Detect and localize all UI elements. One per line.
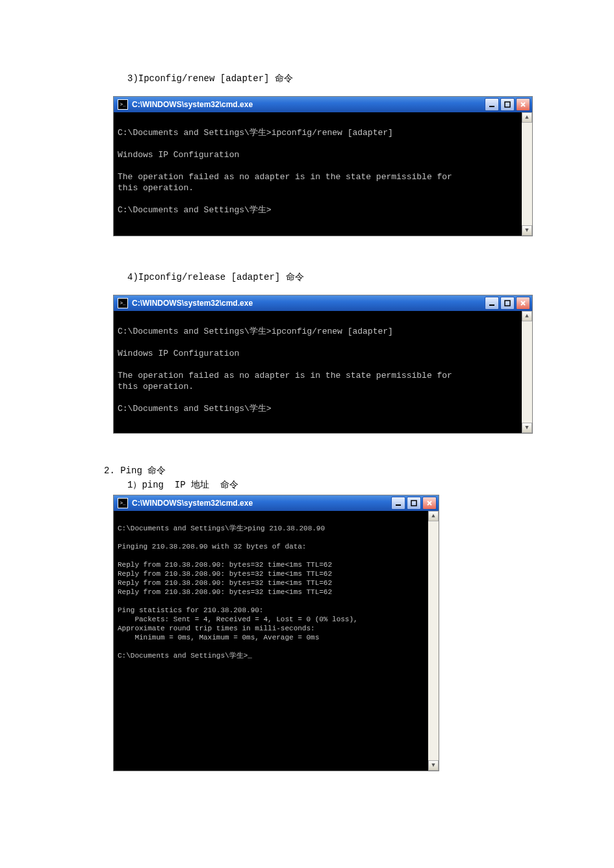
terminal-area: C:\Documents and Settings\学生>ipconfig/re… xyxy=(114,311,532,433)
svg-rect-8 xyxy=(396,504,401,506)
section-3-label: 3)Ipconfig/renew [adapter] 命令 xyxy=(127,73,614,84)
cmd-icon xyxy=(118,498,128,508)
svg-rect-0 xyxy=(489,106,494,107)
section-ping-sub: 1）ping IP 地址 命令 xyxy=(127,479,614,491)
maximize-button[interactable] xyxy=(500,297,515,310)
svg-rect-1 xyxy=(505,102,510,107)
titlebar[interactable]: C:\WINDOWS\system32\cmd.exe xyxy=(114,495,439,511)
terminal-output: C:\Documents and Settings\学生>ipconfig/re… xyxy=(114,112,522,236)
maximize-button[interactable] xyxy=(407,497,421,510)
titlebar[interactable]: C:\WINDOWS\system32\cmd.exe xyxy=(114,295,532,311)
close-button[interactable] xyxy=(516,297,530,310)
scroll-track[interactable] xyxy=(428,521,439,760)
window-title-text: C:\WINDOWS\system32\cmd.exe xyxy=(132,100,253,109)
minimize-button[interactable] xyxy=(391,497,405,510)
minimize-button[interactable] xyxy=(485,98,499,111)
svg-rect-5 xyxy=(505,301,510,306)
cmd-icon xyxy=(118,99,128,110)
scroll-up-button[interactable]: ▲ xyxy=(522,112,532,123)
terminal-area: C:\Documents and Settings\学生>ipconfig/re… xyxy=(114,112,532,236)
maximize-button[interactable] xyxy=(500,98,515,111)
scroll-down-button[interactable]: ▼ xyxy=(428,760,439,771)
titlebar[interactable]: C:\WINDOWS\system32\cmd.exe xyxy=(114,97,532,112)
scrollbar[interactable]: ▲ ▼ xyxy=(428,511,439,771)
window-title-text: C:\WINDOWS\system32\cmd.exe xyxy=(132,499,253,508)
cmd-window-1: C:\WINDOWS\system32\cmd.exe C:\Documents… xyxy=(113,96,533,236)
terminal-output: C:\Documents and Settings\学生>ipconfig/re… xyxy=(114,311,522,433)
cmd-window-2: C:\WINDOWS\system32\cmd.exe C:\Documents… xyxy=(113,295,533,434)
terminal-output: C:\Documents and Settings\学生>ping 210.38… xyxy=(114,511,428,771)
window-title-text: C:\WINDOWS\system32\cmd.exe xyxy=(132,299,253,308)
scroll-up-button[interactable]: ▲ xyxy=(428,511,439,521)
cmd-icon xyxy=(118,298,128,308)
scroll-track[interactable] xyxy=(522,321,532,423)
scroll-down-button[interactable]: ▼ xyxy=(522,423,532,433)
scroll-up-button[interactable]: ▲ xyxy=(522,311,532,321)
terminal-area: C:\Documents and Settings\学生>ping 210.38… xyxy=(114,511,439,771)
close-button[interactable] xyxy=(422,497,437,510)
svg-rect-9 xyxy=(411,501,416,506)
scroll-track[interactable] xyxy=(522,123,532,225)
minimize-button[interactable] xyxy=(485,297,499,310)
scroll-down-button[interactable]: ▼ xyxy=(522,225,532,236)
scrollbar[interactable]: ▲ ▼ xyxy=(522,311,532,433)
cmd-window-3: C:\WINDOWS\system32\cmd.exe C:\Documents… xyxy=(113,495,439,771)
svg-rect-4 xyxy=(489,304,494,306)
section-ping-heading: 2. Ping 命令 xyxy=(104,465,614,477)
document-page: . 3)Ipconfig/renew [adapter] 命令 C:\WINDO… xyxy=(0,73,614,868)
close-button[interactable] xyxy=(516,98,530,111)
scrollbar[interactable]: ▲ ▼ xyxy=(522,112,532,236)
section-4-label: 4)Ipconfig/release [adapter] 命令 xyxy=(127,271,614,283)
